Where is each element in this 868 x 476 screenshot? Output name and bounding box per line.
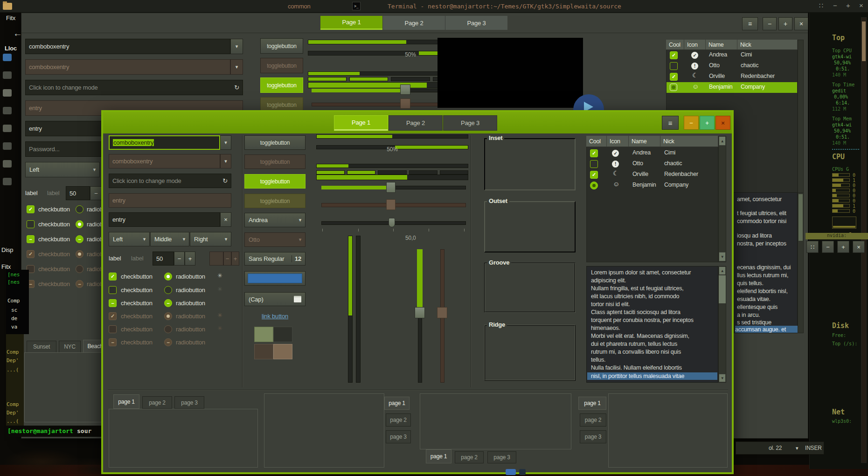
fg-row-check[interactable]: ✓ [590, 171, 598, 179]
bg-tree-col-cool[interactable]: Cool [666, 40, 684, 50]
bg-tab-page3[interactable]: Page 3 [445, 16, 507, 30]
bg-checkbutton-checked[interactable]: ✓ [27, 205, 35, 213]
fg-row-check[interactable] [590, 160, 598, 168]
bg-photo-tab-nyc[interactable]: NYC [59, 341, 81, 353]
bg-left-combobox[interactable]: Left▾ [25, 162, 100, 177]
bg-row-radio[interactable] [670, 84, 677, 91]
fg-table-cell[interactable] [254, 327, 273, 342]
bg-tab-page1[interactable]: Page 1 [320, 16, 382, 30]
bg-menu-button[interactable]: ≡ [742, 17, 758, 30]
bg-minimize-button[interactable]: − [763, 17, 777, 30]
bg-row-check[interactable]: ✓ [670, 51, 678, 59]
folder-icon[interactable] [3, 3, 12, 10]
refresh-icon[interactable]: ↻ [234, 84, 239, 91]
fg-left-combobox[interactable]: Left▾ [109, 232, 150, 246]
fg-tab-page2[interactable]: Page 2 [389, 115, 443, 131]
fg-togglebutton-active[interactable]: togglebutton [244, 174, 306, 189]
cell-name[interactable]: Orville [709, 73, 725, 79]
fg-tree-col-icon[interactable]: Icon [607, 136, 629, 147]
fg-row-radio[interactable] [590, 182, 598, 189]
cell-nick[interactable]: chaotic [741, 62, 758, 69]
cell-nick[interactable]: Cimi [741, 51, 752, 58]
fg-entry[interactable]: entry [109, 212, 220, 227]
mini-tile-button[interactable]: ∷ [806, 241, 819, 253]
fg-minimize-button[interactable]: − [684, 116, 699, 130]
chevron-down-icon[interactable]: ▾ [796, 445, 798, 451]
fg-spin-plus[interactable]: + [185, 252, 195, 266]
tile-icon[interactable]: ∷ [819, 2, 823, 9]
mini-maximize-button[interactable]: + [837, 241, 849, 253]
bg-maximize-button[interactable]: + [778, 17, 792, 30]
cell-name[interactable]: Otto [632, 160, 643, 167]
fg-checkbutton-checked[interactable]: ✓ [109, 273, 117, 280]
cell-nick[interactable]: chaotic [664, 160, 682, 167]
nb4-tab-page3[interactable]: page 3 [580, 430, 606, 443]
nb1-tab-page3[interactable]: page 3 [174, 396, 204, 409]
terminal-prompt-strip[interactable]: [nestor@manjartort sour [6, 426, 106, 437]
fg-font-button[interactable]: Sans Regular 12 [244, 252, 306, 266]
sidebar-icon[interactable] [3, 178, 12, 185]
fg-spinbutton[interactable]: 50 [153, 252, 174, 266]
fg-middle-combobox[interactable]: Middle▾ [150, 232, 189, 246]
fg-radiobutton-mixed[interactable]: − [164, 299, 172, 307]
fg-tab-page3[interactable]: Page 3 [443, 115, 497, 131]
sidebar-icon[interactable] [3, 125, 12, 132]
nb2-tab-page1[interactable]: page 1 [384, 397, 410, 410]
fg-comboboxentry-arrow[interactable]: ▾ [220, 135, 231, 150]
bg-photo-tab-sunset[interactable]: Sunset [27, 341, 56, 353]
cell-name[interactable]: Otto [709, 62, 720, 69]
bg-row-check[interactable]: ✓ [670, 73, 678, 81]
fg-marked-scale-handle[interactable] [389, 218, 395, 227]
maximize-icon[interactable]: + [846, 1, 850, 9]
scroll-up-button[interactable]: ▲ [719, 136, 726, 146]
nb4-tab-page1[interactable]: page 1 [578, 397, 606, 410]
cell-nick[interactable]: Redenbacher [741, 73, 775, 79]
terminal-app-icon[interactable]: >_ [352, 2, 361, 10]
terminal-olive[interactable]: Comp Dep' ...( Comp Dep' ...( [6, 334, 24, 426]
window-title[interactable]: Terminal - nestor@manjartort:~/Temes/GTK… [388, 3, 621, 10]
fg-name-combobox[interactable]: Andrea▾ [244, 213, 306, 227]
nb1-tab-page2[interactable]: page 2 [142, 396, 172, 409]
bg-radiobutton[interactable] [76, 205, 83, 213]
bg-checkbutton[interactable] [27, 220, 35, 228]
fg-vscale-handle[interactable] [415, 307, 425, 318]
nb3-tab-page2[interactable]: page 2 [455, 451, 484, 463]
cell-name[interactable]: Orville [632, 171, 648, 177]
mini-close-button[interactable]: × [853, 241, 865, 253]
fg-spin-minus[interactable]: − [174, 252, 185, 266]
fg-radiobutton-checked[interactable] [164, 273, 172, 280]
bg-comboboxentry[interactable]: comboboxentry [25, 39, 230, 54]
sidebar-folder-icon[interactable] [3, 54, 12, 61]
sidebar-icon[interactable] [3, 89, 12, 97]
bg-tab-page2[interactable]: Page 2 [382, 16, 445, 30]
bg-checkbutton-mixed[interactable]: − [27, 235, 35, 243]
cell-nick[interactable]: Company [664, 182, 688, 188]
cell-nick[interactable]: Redenbacher [664, 171, 698, 177]
mini-minimize-button[interactable]: − [822, 241, 834, 253]
bg-tree-col-nick[interactable]: Nick [737, 40, 798, 50]
bg-close-button[interactable]: × [794, 17, 808, 30]
cell-name[interactable]: Andrea [709, 51, 727, 58]
bg-spinbutton[interactable]: 50 [66, 186, 90, 200]
bg-tree-col-name[interactable]: Name [706, 40, 737, 50]
close-icon[interactable]: × [859, 1, 863, 9]
scroll-down-button[interactable]: ▼ [719, 252, 726, 261]
bg-togglebutton-active[interactable]: togglebutton [260, 77, 303, 93]
bg-comboboxentry-arrow[interactable]: ▾ [230, 39, 243, 54]
refresh-icon[interactable]: ↻ [222, 177, 228, 184]
bg-radiobutton-checked[interactable] [76, 220, 83, 228]
fg-checkbutton-mixed[interactable]: − [109, 299, 117, 307]
nb2-tab-page3[interactable]: page 3 [386, 430, 411, 443]
nb4-tab-page2[interactable]: page 2 [580, 413, 606, 427]
video-area[interactable] [437, 38, 583, 108]
fg-row-check[interactable]: ✓ [590, 149, 598, 157]
cell-nick[interactable]: Company [741, 84, 765, 90]
dock-icon[interactable] [519, 469, 526, 475]
sidebar-icon[interactable] [3, 142, 12, 150]
bg-tree-col-icon[interactable]: Icon [684, 40, 706, 50]
cell-name[interactable]: Benjamin [632, 182, 656, 188]
fg-close-button[interactable]: × [715, 116, 730, 130]
fg-tree-scrollbar[interactable] [718, 136, 726, 262]
bg-togglebutton[interactable]: togglebutton [260, 38, 303, 54]
scrollbar-thumb[interactable] [719, 275, 726, 303]
